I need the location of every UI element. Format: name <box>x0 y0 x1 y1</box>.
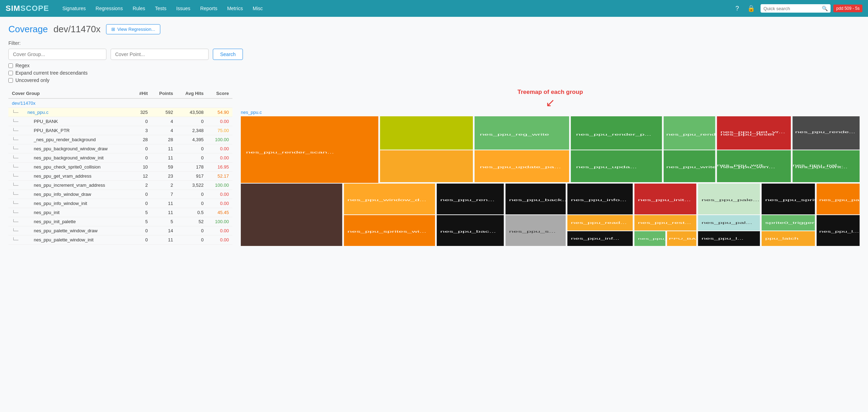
nav-icons: ? 🔒 <box>733 3 758 14</box>
points-value: 5 <box>151 217 176 226</box>
score-value: 0.00 <box>207 199 232 208</box>
nav-regressions[interactable]: Regressions <box>91 0 128 17</box>
points-value: 59 <box>151 163 176 172</box>
svg-text:nes_ppu_upda...: nes_ppu_upda... <box>576 165 637 169</box>
svg-text:nes_ppu_render_p...: nes_ppu_render_p... <box>576 132 651 136</box>
table-row: └─nes_ppu_palette_window_draw01400.00 <box>8 226 232 235</box>
table-row: └─nes_ppu_background_window_draw01100.00 <box>8 144 232 153</box>
table-row: └─nes_ppu_increment_vram_address223,5221… <box>8 181 232 190</box>
table-icon: ⊞ <box>111 27 115 32</box>
score-value: 0.00 <box>207 153 232 163</box>
expand-label: Expand current tree descendants <box>15 70 88 76</box>
cover-group-input[interactable] <box>8 49 106 60</box>
avg-hits-value: 0 <box>177 117 207 126</box>
table-row: └─PPU_BANK0400.00 <box>8 117 232 126</box>
svg-text:nes_ppu_s...: nes_ppu_s... <box>509 229 555 233</box>
cover-group-name: nes_ppu_info_window_draw <box>20 192 91 197</box>
quick-search-input[interactable] <box>763 6 820 11</box>
nav-issues[interactable]: Issues <box>171 0 195 17</box>
svg-text:nes_ppu_update_pa...: nes_ppu_update_pa... <box>480 165 561 169</box>
regex-checkbox[interactable] <box>8 63 13 68</box>
score-value: 16.95 <box>207 163 232 172</box>
svg-rect-25 <box>241 184 342 246</box>
cover-group-name: nes_ppu_info_window_init <box>20 201 87 206</box>
avg-hits-value: 0 <box>177 153 207 163</box>
table-section: Cover Group #Hit Points Avg Hits Score d… <box>8 89 232 246</box>
nav-rules[interactable]: Rules <box>128 0 150 17</box>
avg-hits-value: 2,348 <box>177 126 207 135</box>
table-row-root: dev/11470x <box>8 98 232 108</box>
svg-text:nes_ppu_pal...: nes_ppu_pal... <box>792 164 843 167</box>
page-title-coverage: Coverage <box>8 24 48 35</box>
tree-indent-icon: └─ <box>12 228 18 233</box>
treemap-annotation: Treemap of each group <box>241 89 860 96</box>
nav-tests[interactable]: Tests <box>150 0 172 17</box>
table-row: └─nes_ppu_info_window_draw0700.00 <box>8 190 232 199</box>
search-button[interactable]: Search <box>213 49 243 60</box>
avg-hits-value: 0 <box>177 144 207 153</box>
svg-text:PPU_BA...: PPU_BA... <box>669 237 702 240</box>
lock-icon[interactable]: 🔒 <box>744 3 758 14</box>
svg-rect-1 <box>380 116 473 150</box>
score-value: 0.00 <box>207 117 232 126</box>
uncovered-checkbox-label[interactable]: Uncovered only <box>8 77 860 83</box>
hit-value: 0 <box>133 235 152 245</box>
cover-group-name: nes_ppu_palette_window_draw <box>20 228 97 233</box>
cover-group-name: _nes_ppu_render_background <box>20 137 96 142</box>
tree-indent-icon: └─ <box>12 210 18 215</box>
svg-rect-2 <box>380 150 473 182</box>
cover-group-name: nes_ppu_get_vram_address <box>20 173 91 179</box>
table-row: └─nes_ppu_info_window_init01100.00 <box>8 199 232 208</box>
svg-text:nes_ppu_sprites_wi...: nes_ppu_sprites_wi... <box>347 229 426 233</box>
tree-indent-icon: └─ <box>12 173 18 179</box>
filter-label: Filter: <box>8 40 860 46</box>
cover-group-name: nes_ppu_init <box>20 210 59 215</box>
hit-value: 10 <box>133 163 152 172</box>
score-value: 0.00 <box>207 235 232 245</box>
view-regression-button[interactable]: ⊞ View Regression... <box>106 24 160 34</box>
points-value: 11 <box>151 199 176 208</box>
table-row: └─PPU_BANK_PTR342,34875.00 <box>8 126 232 135</box>
treemap-arrow: ↙ <box>241 97 860 108</box>
svg-text:nes_ppu_rest...: nes_ppu_rest... <box>638 221 691 225</box>
svg-text:nes_ppu_reg_write: nes_ppu_reg_write <box>480 132 549 136</box>
points-value: 11 <box>151 208 176 217</box>
nav-signatures[interactable]: Signatures <box>57 0 91 17</box>
root-link[interactable]: dev/11470x <box>12 101 35 106</box>
svg-text:ppu_latch: ppu_latch <box>765 237 799 240</box>
cover-point-input[interactable] <box>111 49 209 60</box>
avg-hits-value: 0.5 <box>177 208 207 217</box>
score-value: 75.00 <box>207 126 232 135</box>
page-title-path: dev/11470x <box>54 24 100 35</box>
help-icon[interactable]: ? <box>733 4 742 14</box>
main-content: Coverage dev/11470x ⊞ View Regression...… <box>0 17 868 253</box>
svg-rect-0 <box>241 116 378 183</box>
svg-text:nes_ppu_rende...: nes_ppu_rende... <box>795 130 855 134</box>
svg-text:nes_ppu_inf...: nes_ppu_inf... <box>571 237 620 240</box>
expand-checkbox[interactable] <box>8 71 13 75</box>
col-avg-hits: Avg Hits <box>177 89 207 98</box>
avg-hits-value: 0 <box>177 235 207 245</box>
brand-logo: SIMSCOPE <box>6 4 49 13</box>
nav-reports[interactable]: Reports <box>195 0 222 17</box>
nav-misc[interactable]: Misc <box>248 0 268 17</box>
hit-value: 0 <box>133 153 152 163</box>
col-cover-group: Cover Group <box>8 89 133 98</box>
tree-indent-icon: └─ <box>12 201 18 206</box>
avg-hits-value: 4,395 <box>177 135 207 144</box>
expand-checkbox-label[interactable]: Expand current tree descendants <box>8 70 860 76</box>
cover-group-name: nes_ppu_background_window_init <box>20 155 103 160</box>
svg-text:nes_ppu_window_d...: nes_ppu_window_d... <box>347 198 426 202</box>
hit-value: 5 <box>133 208 152 217</box>
treemap-group-label: nes_ppu.c <box>241 110 860 115</box>
uncovered-checkbox[interactable] <box>8 78 13 83</box>
col-points: Points <box>151 89 176 98</box>
nav-metrics[interactable]: Metrics <box>222 0 248 17</box>
cover-group-link[interactable]: nes_ppu.c <box>20 110 48 115</box>
quick-search-box: 🔍 <box>761 4 831 13</box>
table-row: └─nes_ppu_init_palette5552100.00 <box>8 217 232 226</box>
score-value: 45.45 <box>207 208 232 217</box>
svg-text:nes_ppu_pal...: nes_ppu_pal... <box>819 199 860 202</box>
hit-value: 0 <box>133 226 152 235</box>
regex-checkbox-label[interactable]: Regex <box>8 63 860 68</box>
